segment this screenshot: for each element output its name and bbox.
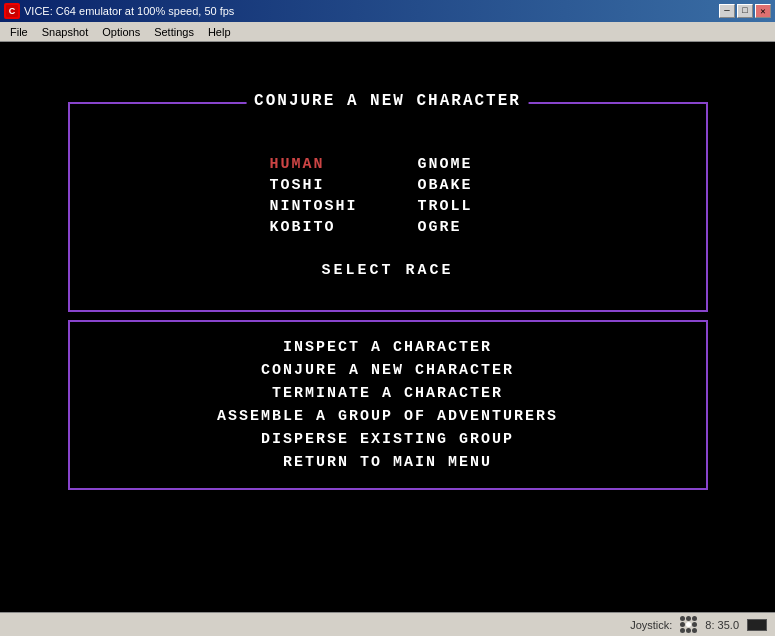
- joystick-dot-grid: [680, 616, 697, 633]
- menu-snapshot[interactable]: Snapshot: [36, 25, 94, 39]
- menu-assemble[interactable]: ASSEMBLE A GROUP OF ADVENTURERS: [217, 408, 558, 425]
- dot-4: [680, 622, 685, 627]
- joystick-dots: [680, 616, 697, 633]
- emulator-screen: CONJURE A NEW CHARACTER HUMAN GNOME TOSH…: [0, 42, 775, 612]
- titlebar-left: C VICE: C64 emulator at 100% speed, 50 f…: [4, 3, 234, 19]
- minimize-button[interactable]: ─: [719, 4, 735, 18]
- dot-1: [680, 616, 685, 621]
- statusbar: Joystick: 8: 35.0: [0, 612, 775, 636]
- speed-display: 8: 35.0: [705, 619, 739, 631]
- race-kobito[interactable]: KOBITO: [269, 219, 357, 236]
- dot-3: [692, 616, 697, 621]
- menu-settings[interactable]: Settings: [148, 25, 200, 39]
- bottom-game-box: INSPECT A CHARACTER CONJURE A NEW CHARAC…: [68, 320, 708, 490]
- race-human[interactable]: HUMAN: [269, 156, 357, 173]
- menu-help[interactable]: Help: [202, 25, 237, 39]
- race-obake[interactable]: OBAKE: [418, 177, 506, 194]
- race-nintoshi[interactable]: NINTOSHI: [269, 198, 357, 215]
- menu-inspect[interactable]: INSPECT A CHARACTER: [283, 339, 492, 356]
- close-button[interactable]: ✕: [755, 4, 771, 18]
- titlebar: C VICE: C64 emulator at 100% speed, 50 f…: [0, 0, 775, 22]
- race-grid: HUMAN GNOME TOSHI OBAKE NINTOSHI TROLL K…: [269, 156, 505, 236]
- menubar: File Snapshot Options Settings Help: [0, 22, 775, 42]
- speed-indicator: [747, 619, 767, 631]
- titlebar-title: VICE: C64 emulator at 100% speed, 50 fps: [24, 5, 234, 17]
- menu-return[interactable]: RETURN TO MAIN MENU: [283, 454, 492, 471]
- dot-8: [686, 628, 691, 633]
- dot-7: [680, 628, 685, 633]
- joystick-label: Joystick:: [630, 619, 672, 631]
- race-troll[interactable]: TROLL: [418, 198, 506, 215]
- race-ogre[interactable]: OGRE: [418, 219, 506, 236]
- menu-terminate[interactable]: TERMINATE A CHARACTER: [272, 385, 503, 402]
- app-icon: C: [4, 3, 20, 19]
- race-gnome[interactable]: GNOME: [418, 156, 506, 173]
- maximize-button[interactable]: □: [737, 4, 753, 18]
- conjure-title: CONJURE A NEW CHARACTER: [246, 92, 529, 110]
- dot-2: [686, 616, 691, 621]
- svg-text:C: C: [9, 6, 16, 16]
- select-race-label: SELECT RACE: [321, 262, 453, 279]
- menu-disperse[interactable]: DISPERSE EXISTING GROUP: [261, 431, 514, 448]
- race-toshi[interactable]: TOSHI: [269, 177, 357, 194]
- menu-file[interactable]: File: [4, 25, 34, 39]
- menu-options[interactable]: Options: [96, 25, 146, 39]
- menu-conjure[interactable]: CONJURE A NEW CHARACTER: [261, 362, 514, 379]
- dot-6: [692, 622, 697, 627]
- top-game-box: CONJURE A NEW CHARACTER HUMAN GNOME TOSH…: [68, 102, 708, 312]
- titlebar-buttons[interactable]: ─ □ ✕: [719, 4, 771, 18]
- dot-5: [686, 622, 691, 627]
- dot-9: [692, 628, 697, 633]
